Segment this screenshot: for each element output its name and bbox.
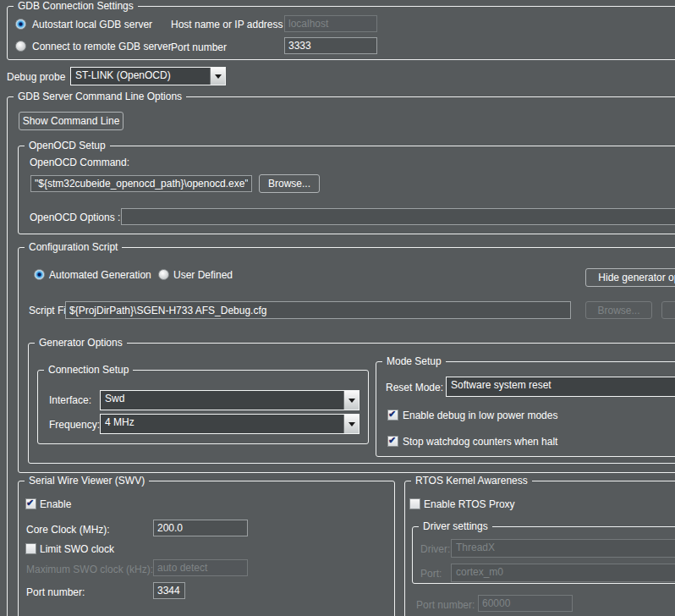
rtos-port-label: Port: [420,568,442,580]
max-swo-clock-label: Maximum SWO clock (kHz): [26,564,153,575]
configuration-script-title: Configuration Script [25,241,122,253]
user-defined-radio[interactable] [158,269,169,280]
connect-remote-gdb-label: Connect to remote GDB server [32,41,172,52]
stop-watchdog-checkbox[interactable] [387,436,398,447]
swv-enable-checkbox[interactable] [25,498,36,509]
rtos-port-value: cortex_m0 [452,564,675,581]
automated-generation-label: Automated Generation [49,269,151,281]
host-name-input[interactable] [284,15,377,32]
openocd-setup-title: OpenOCD Setup [25,140,110,151]
mode-setup-title: Mode Setup [382,355,446,367]
limit-swo-label: Limit SWO clock [40,543,114,555]
swv-title: Serial Wire Viewer (SWV) [25,475,149,487]
openocd-command-input[interactable] [30,175,252,192]
port-number-label: Port number [171,41,227,53]
interface-value: Swd [101,391,343,410]
reset-mode-value: Software system reset [447,377,675,396]
show-command-line-button[interactable]: Show Command Line [19,112,123,130]
script-file-input[interactable] [65,301,571,319]
connection-setup-title: Connection Setup [44,364,133,376]
debug-probe-label: Debug probe [7,71,65,83]
port-number-input[interactable] [284,37,377,54]
chevron-down-icon[interactable] [343,391,359,410]
rtos-port-combo[interactable]: cortex_m0 [451,564,675,582]
frequency-label: Frequency: [49,419,100,431]
enable-low-power-label: Enable debug in low power modes [403,410,557,421]
debug-probe-combo[interactable]: ST-LINK (OpenOCD) [70,67,226,85]
openocd-options-label: OpenOCD Options : [30,212,120,223]
max-swo-clock-input[interactable] [153,559,248,576]
autostart-local-gdb-label: Autostart local GDB server [32,19,152,30]
core-clock-input[interactable] [153,520,248,536]
host-name-label: Host name or IP address [171,19,283,30]
script-file-reload-button[interactable]: Re [661,301,675,319]
rtos-driver-label: Driver: [420,543,450,555]
rtos-port-number-label: Port number: [416,599,475,611]
core-clock-label: Core Clock (MHz): [26,524,110,536]
rtos-driver-value: ThreadX [452,540,675,557]
automated-generation-radio[interactable] [34,269,45,280]
debug-probe-value: ST-LINK (OpenOCD) [71,68,210,85]
gdb-connection-settings-title: GDB Connection Settings [14,0,138,12]
gdb-server-options-title: GDB Server Command Line Options [14,91,186,102]
chevron-down-icon[interactable] [343,415,359,433]
rtos-title: RTOS Kernel Awareness [411,475,532,487]
enable-low-power-checkbox[interactable] [387,410,398,421]
hide-generator-options-button[interactable]: Hide generator opt... [585,268,675,287]
debug-configuration-panel: GDB Connection Settings Autostart local … [0,0,675,616]
rtos-driver-combo[interactable]: ThreadX [451,539,675,558]
frequency-value: 4 MHz [101,415,343,433]
swv-port-number-label: Port number: [26,586,85,598]
limit-swo-checkbox[interactable] [25,543,36,554]
rtos-port-number-input[interactable] [478,595,573,612]
openocd-command-browse-button[interactable]: Browse... [259,174,320,193]
script-file-browse-button[interactable]: Browse... [585,301,652,319]
driver-settings-title: Driver settings [419,520,492,532]
connect-remote-gdb-radio[interactable] [15,41,26,52]
enable-rtos-proxy-checkbox[interactable] [409,498,420,509]
reset-mode-combo[interactable]: Software system reset [446,377,675,397]
openocd-options-input[interactable] [121,208,675,225]
interface-label: Interface: [49,394,91,406]
openocd-command-label: OpenOCD Command: [30,157,129,168]
stop-watchdog-label: Stop watchdog counters when halt [403,436,557,448]
frequency-combo[interactable]: 4 MHz [100,414,359,434]
autostart-local-gdb-radio[interactable] [15,19,26,30]
generator-options-title: Generator Options [35,337,127,349]
chevron-down-icon[interactable] [210,68,225,85]
swv-enable-label: Enable [40,498,71,510]
reset-mode-label: Reset Mode: [386,382,443,393]
user-defined-label: User Defined [173,269,233,281]
interface-combo[interactable]: Swd [100,390,359,410]
swv-port-number-input[interactable] [153,582,185,599]
enable-rtos-proxy-label: Enable RTOS Proxy [424,498,515,510]
